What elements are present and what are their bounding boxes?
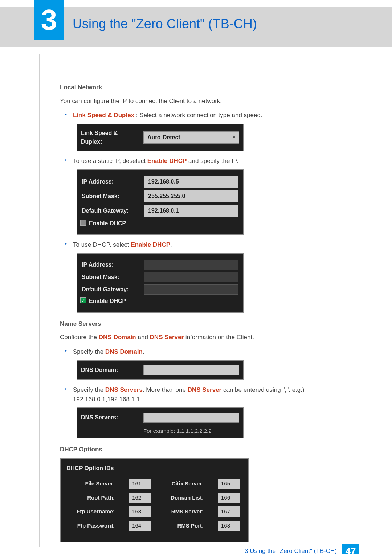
dns-servers-row: DNS Servers: xyxy=(81,413,239,423)
bullet-static-ip: To use a static IP, deselect Enable DHCP… xyxy=(69,156,356,166)
page-footer: 3 Using the "Zero Client" (TB-CH) 47 xyxy=(245,544,359,554)
mask-row: Subnet Mask: 255.255.255.0 xyxy=(82,190,238,202)
dhcp-value[interactable]: 165 xyxy=(218,479,240,489)
dhcp-value[interactable]: 168 xyxy=(218,521,240,531)
dnsd-post: . xyxy=(143,348,144,355)
dnss-pre: Specify the xyxy=(73,386,105,393)
dhcp-label: RMS Server: xyxy=(166,508,204,516)
dhcp-value[interactable]: 164 xyxy=(129,521,151,531)
mask-row-2: Subnet Mask: xyxy=(82,272,238,282)
dhcp-pre: To use DHCP, select xyxy=(73,241,131,248)
dhcp-bold: Enable DHCP xyxy=(131,241,170,248)
chevron-down-icon: ▼ xyxy=(232,135,236,140)
local-network-bullets: Link Speed & Duplex : Select a network c… xyxy=(69,111,356,120)
dhcp-post: . xyxy=(170,241,172,248)
dnsd-pre: Specify the xyxy=(73,348,105,355)
dhcp-label: File Server: xyxy=(72,480,115,488)
ns-intro-pre: Configure the xyxy=(60,334,99,341)
dnss-example-line: 192.168.0.1,192.168.1.1 xyxy=(73,396,140,403)
link-speed-row: Link Speed & Duplex: Auto-Detect ▼ xyxy=(81,129,239,146)
dns-domain-bullets: Specify the DNS Domain. xyxy=(69,347,356,357)
dhcp-label-checked: Enable DHCP xyxy=(89,298,126,304)
checkbox-checked-icon[interactable] xyxy=(80,297,86,303)
bullet-dns-domain: Specify the DNS Domain. xyxy=(69,347,356,357)
dhcp-value[interactable]: 166 xyxy=(218,493,240,503)
side-rule xyxy=(39,54,40,547)
name-servers-intro: Configure the DNS Domain and DNS Server … xyxy=(60,333,356,342)
dnsd-bold: DNS Domain xyxy=(105,348,143,355)
gw-row: Default Gateway: 192.168.0.1 xyxy=(82,205,238,217)
chapter-number-badge: 3 xyxy=(34,0,64,40)
ip-label: IP Address: xyxy=(82,177,140,186)
screenshot-dhcp-options: DHCP Option IDs File Server: 161 Citix S… xyxy=(60,458,249,542)
gw-field[interactable]: 192.168.0.1 xyxy=(144,205,238,217)
mask-label: Subnet Mask: xyxy=(82,192,140,201)
gw-label: Default Gateway: xyxy=(82,206,140,215)
chapter-header: 3 Using the "Zero Client" (TB-CH) xyxy=(0,7,392,47)
link-speed-text: : Select a network connection type and s… xyxy=(134,112,262,119)
link-speed-label: Link Speed & Duplex xyxy=(73,112,134,119)
dhcp-value[interactable]: 161 xyxy=(129,479,151,489)
ns-intro-post: information on the Client. xyxy=(184,334,254,341)
dhcp-label: Root Path: xyxy=(72,494,115,502)
ip-field[interactable]: 192.168.0.5 xyxy=(144,176,238,188)
dhcp-row-unchecked: Enable DHCP xyxy=(82,219,238,228)
section-dhcp-options: DHCP Options xyxy=(60,445,356,454)
page-number: 47 xyxy=(342,544,359,554)
ip-field-2 xyxy=(144,260,238,270)
mask-field[interactable]: 255.255.255.0 xyxy=(144,190,238,202)
section-name-servers: Name Servers xyxy=(60,319,356,329)
dnss-bold2: DNS Server xyxy=(188,386,222,393)
dhcp-label: Citix Server: xyxy=(166,480,204,488)
screenshot-static-ip: IP Address: 192.168.0.5 Subnet Mask: 255… xyxy=(77,169,244,235)
ns-intro-mid: and xyxy=(136,334,150,341)
ip-row-2: IP Address: xyxy=(82,260,238,270)
dnss-bold: DNS Servers xyxy=(105,386,143,393)
dns-servers-field[interactable] xyxy=(143,413,239,423)
dns-servers-label: DNS Servers: xyxy=(81,413,139,422)
dhcp-options-grid: File Server: 161 Citix Server: 165 Root … xyxy=(65,476,244,537)
use-dhcp-bullets: To use DHCP, select Enable DHCP. xyxy=(69,240,356,250)
ip-row: IP Address: 192.168.0.5 xyxy=(82,176,238,188)
dhcp-label: Domain List: xyxy=(166,494,204,502)
screenshot-link-speed: Link Speed & Duplex: Auto-Detect ▼ xyxy=(77,124,244,151)
screenshot-dhcp-on: IP Address: Subnet Mask: Default Gateway… xyxy=(77,253,244,313)
chapter-title: Using the "Zero Client" (TB-CH) xyxy=(73,16,257,32)
dhcp-options-header: DHCP Option IDs xyxy=(65,463,244,476)
link-speed-value: Auto-Detect xyxy=(147,133,180,142)
screenshot-dns-servers: DNS Servers: For example: 1.1.1.1,2.2.2.… xyxy=(77,407,244,438)
static-pre: To use a static IP, deselect xyxy=(73,157,147,164)
footer-text: 3 Using the "Zero Client" (TB-CH) xyxy=(245,547,337,554)
page: 3 Using the "Zero Client" (TB-CH) Local … xyxy=(0,7,392,554)
dns-domain-field[interactable] xyxy=(143,365,239,375)
dns-servers-bullets: Specify the DNS Servers. More than one D… xyxy=(69,385,356,404)
link-speed-select[interactable]: Auto-Detect ▼ xyxy=(143,131,239,144)
link-speed-field-label: Link Speed & Duplex: xyxy=(81,129,139,146)
dhcp-value[interactable]: 162 xyxy=(129,493,151,503)
gw-label-2: Default Gateway: xyxy=(82,285,140,294)
ns-intro-b1: DNS Domain xyxy=(99,334,136,341)
bullet-link-speed: Link Speed & Duplex : Select a network c… xyxy=(69,111,356,120)
dhcp-label-unchecked: Enable DHCP xyxy=(89,220,126,226)
gw-field-2 xyxy=(144,284,238,295)
static-post: and specify the IP. xyxy=(187,157,238,164)
dhcp-value[interactable]: 167 xyxy=(218,506,240,517)
screenshot-dns-domain: DNS Domain: xyxy=(77,360,244,380)
dns-servers-example: For example: 1.1.1.1,2.2.2.2 xyxy=(143,425,239,435)
dnss-mid: . More than one xyxy=(143,386,188,393)
static-ip-bullets: To use a static IP, deselect Enable DHCP… xyxy=(69,156,356,166)
content-area: Local Network You can configure the IP t… xyxy=(60,47,356,542)
dhcp-label: Ftp Username: xyxy=(72,508,115,516)
gw-row-2: Default Gateway: xyxy=(82,284,238,295)
dhcp-checkbox-wrap-2[interactable]: Enable DHCP xyxy=(82,297,140,305)
dhcp-value[interactable]: 163 xyxy=(129,506,151,517)
dns-domain-row: DNS Domain: xyxy=(81,365,239,375)
bullet-dns-servers: Specify the DNS Servers. More than one D… xyxy=(69,385,356,404)
dhcp-checkbox-wrap[interactable]: Enable DHCP xyxy=(82,219,140,228)
dhcp-row-checked: Enable DHCP xyxy=(82,297,238,305)
local-network-intro: You can configure the IP to connect the … xyxy=(60,97,356,106)
dhcp-label: Ftp Password: xyxy=(72,522,115,530)
section-local-network: Local Network xyxy=(60,83,356,92)
checkbox-unchecked-icon[interactable] xyxy=(80,220,86,226)
static-bold: Enable DHCP xyxy=(147,157,187,164)
